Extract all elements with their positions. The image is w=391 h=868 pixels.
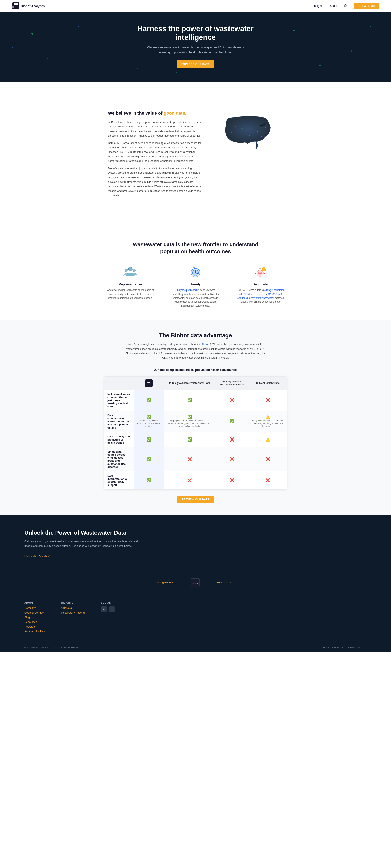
footer-link-newsroom[interactable]: Newsroom — [24, 625, 45, 628]
twitter-icon[interactable]: 𝕏 — [101, 607, 107, 612]
svg-point-12 — [125, 269, 128, 272]
footer-mid: hello@biobot.io BIO BOT press@biobot.io — [0, 572, 391, 593]
navbar: BIO BOT Biobot Analytics Insights About … — [0, 0, 391, 12]
preview-btn-wrap: PREVIEW OUR DATA — [8, 496, 383, 503]
nature-link[interactable]: Nature — [202, 343, 210, 346]
row-1-label: Inclusive of entire communities, not jus… — [104, 390, 134, 411]
feature-accurate-desc: Our SARS-CoV-2 data is strongly-correlat… — [236, 288, 285, 304]
svg-point-18 — [195, 272, 196, 273]
terms-of-service-link[interactable]: TERMS OF SERVICE — [321, 646, 343, 649]
footer-bottom: © 2024 BIOBOT ANALYTICS, INC. | CAMBRIDG… — [0, 643, 391, 652]
table-row: Single data source across viral disease … — [104, 447, 287, 471]
row-4-pub-waste: ❌ — [164, 447, 215, 471]
comparison-table: BIO BOT Publicly Available Wastewater Da… — [104, 376, 287, 490]
nav-link-about[interactable]: About — [330, 4, 337, 7]
row-3-clinical: ⚠️ — [249, 432, 287, 447]
features-grid: Representative Wastewater data represent… — [104, 265, 287, 308]
footer-link-code-of-conduct[interactable]: Code of Conduct — [24, 611, 45, 614]
footer-link-blog[interactable]: Blog — [24, 616, 45, 619]
table-row: Data is timely and predictive of health … — [104, 432, 287, 447]
footer-links-section: ABOUT Company Code of Conduct Blog Resou… — [0, 593, 391, 643]
footer-col-insights: INSIGHTS Our Data Respiratory Reports — [61, 601, 85, 634]
footer-link-our-data[interactable]: Our Data — [61, 607, 85, 610]
good-data-para-2: Born at MIT, we've spent over a decade l… — [108, 141, 202, 163]
nav-cta-button[interactable]: GET A DEMO — [354, 3, 379, 9]
svg-point-23 — [260, 268, 261, 269]
nav-brand-name: Biobot Analytics — [21, 4, 45, 8]
footer-copyright: © 2024 BIOBOT ANALYTICS, INC. | CAMBRIDG… — [24, 646, 79, 649]
search-icon[interactable] — [344, 4, 348, 8]
advantage-heading: The Biobot data advantage — [8, 332, 383, 339]
svg-text:!: ! — [263, 268, 264, 271]
row-1-biobot: ✅ — [133, 390, 164, 411]
footer-link-resources[interactable]: Resources — [24, 620, 45, 623]
linkedin-icon[interactable]: in — [109, 607, 115, 612]
accurate-icon: ! — [253, 265, 268, 279]
row-4-biobot: ✅ — [133, 447, 164, 471]
footer-email-hello[interactable]: hello@biobot.io — [156, 581, 174, 584]
good-data-text: We believe in the value of good data. At… — [108, 111, 202, 200]
svg-point-6 — [265, 127, 266, 128]
footer-col-about: ABOUT Company Code of Conduct Blog Resou… — [24, 601, 45, 634]
analyses-link[interactable]: Analyses published — [176, 289, 197, 291]
unlock-heading: Unlock the Power of Wastewater Data — [24, 529, 367, 536]
row-2-pub-hosp: ✅ — [215, 411, 249, 432]
row-5-biobot: ✅ — [133, 471, 164, 489]
timely-icon — [188, 265, 203, 279]
row-3-pub-hosp: ❌ — [215, 432, 249, 447]
col-header-label — [104, 376, 134, 390]
row-5-pub-waste: ❌ — [164, 471, 215, 489]
col-header-pub-hosp: Publicly Available Hospitalization Data — [215, 376, 249, 390]
frontier-section: Wastewater data is the new frontier to u… — [0, 229, 391, 320]
footer-social-heading: SOCIAL — [101, 601, 115, 604]
feature-accurate-title: Accurate — [236, 283, 285, 286]
svg-point-3 — [263, 124, 265, 125]
col-header-pub-wastewater: Publicly Available Wastewater Data — [164, 376, 215, 390]
footer-col-social: SOCIAL 𝕏 in — [101, 601, 115, 634]
feature-representative-title: Representative — [106, 283, 155, 286]
footer-insights-heading: INSIGHTS — [61, 601, 85, 604]
row-4-pub-hosp: ❌ — [215, 447, 249, 471]
row-1-pub-hosp: ❌ — [215, 390, 249, 411]
footer-about-heading: ABOUT — [24, 601, 45, 604]
footer-link-company[interactable]: Company — [24, 607, 45, 610]
representative-icon — [123, 265, 138, 279]
hero-subtext: We analyze sewage with molecular technol… — [143, 45, 248, 55]
svg-point-9 — [231, 132, 232, 133]
footer-email-press[interactable]: press@biobot.io — [216, 581, 235, 584]
svg-point-8 — [249, 135, 250, 136]
good-data-para-1: At Biobot, we're harnessing the power of… — [108, 120, 202, 138]
footer-bottom-links: TERMS OF SERVICE PRIVACY POLICY — [321, 646, 367, 649]
row-3-label: Data is timely and predictive of health … — [104, 432, 134, 447]
unlock-section: Unlock the Power of Wastewater Data Gain… — [0, 515, 391, 572]
hero-cta-button[interactable]: EXPLORE OUR DATA — [177, 60, 214, 68]
footer-link-accessibility[interactable]: Accessibility Plan — [24, 630, 45, 633]
footer-link-respiratory-reports[interactable]: Respiratory Reports — [61, 611, 85, 614]
footer: hello@biobot.io BIO BOT press@biobot.io … — [0, 572, 391, 652]
hero-headline: Harness the power of wastewater intellig… — [124, 24, 267, 42]
row-1-clinical: ❌ — [249, 390, 287, 411]
hero-section: Harness the power of wastewater intellig… — [0, 12, 391, 82]
table-header-row: BIO BOT Publicly Available Wastewater Da… — [104, 376, 287, 390]
svg-point-21 — [260, 273, 261, 274]
good-data-section: We believe in the value of good data. At… — [0, 82, 391, 229]
svg-point-13 — [133, 269, 136, 272]
request-demo-link[interactable]: REQUEST A DEMO → — [24, 554, 53, 557]
privacy-policy-link[interactable]: PRIVACY POLICY — [348, 646, 367, 649]
table-subtitle: Our data complements critical population… — [8, 368, 383, 372]
nav-link-insights[interactable]: Insights — [313, 4, 323, 7]
svg-point-25 — [260, 277, 261, 278]
svg-line-1 — [346, 6, 347, 7]
svg-point-27 — [255, 273, 256, 274]
feature-accurate: ! Accurate Our SARS-CoV-2 data is strong… — [236, 265, 285, 308]
good-data-heading: We believe in the value of good data. — [108, 111, 202, 116]
preview-data-button[interactable]: PREVIEW OUR DATA — [177, 496, 214, 503]
feature-timely-desc: Analyses published in peer-reviewed scie… — [171, 288, 220, 308]
unlock-text: Gain early warnings on outbreaks, inform… — [24, 539, 147, 548]
nav-links: Insights About GET A DEMO — [313, 3, 379, 9]
logo-icon: BIO BOT — [12, 2, 19, 9]
svg-point-29 — [264, 273, 265, 274]
svg-point-7 — [235, 126, 236, 127]
svg-point-11 — [128, 267, 132, 271]
col-header-biobot: BIO BOT — [133, 376, 164, 390]
